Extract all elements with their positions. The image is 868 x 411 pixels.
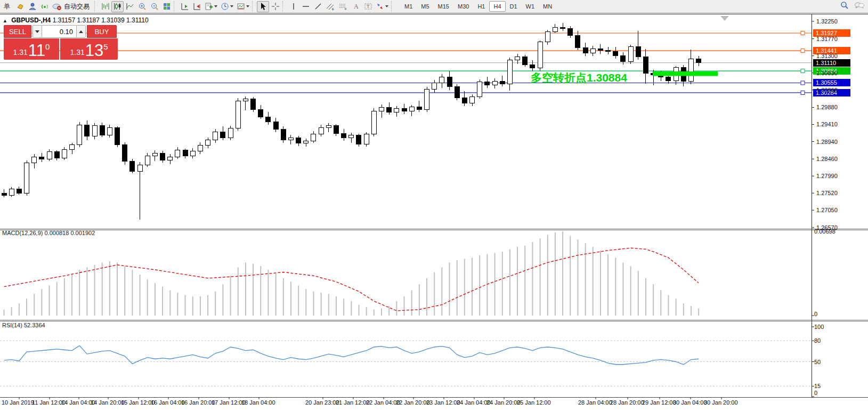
- chart-shift-button[interactable]: [191, 1, 203, 12]
- level-line-handle[interactable]: [801, 49, 805, 53]
- svg-text:F: F: [345, 7, 347, 11]
- level-line-handle[interactable]: [801, 31, 805, 35]
- svg-text:T: T: [367, 4, 370, 9]
- line-chart-type-button[interactable]: [124, 1, 136, 12]
- timeframe-button-mn[interactable]: MN: [539, 1, 556, 12]
- tile-windows-button[interactable]: [160, 1, 173, 12]
- volume-increase-button[interactable]: [76, 25, 86, 38]
- toolbar-right-group: [840, 1, 865, 12]
- sell-price-prefix: 1.31: [13, 48, 28, 57]
- signals-icon[interactable]: [38, 1, 51, 12]
- periods-dropdown-caret[interactable]: [230, 5, 233, 7]
- search-icon[interactable]: [840, 1, 849, 12]
- equidistant-channel-button[interactable]: E: [324, 1, 337, 12]
- volume-input[interactable]: [42, 25, 76, 38]
- one-click-trading-panel: SELL BUY 1.31 11 0 1.31 13 5: [4, 25, 118, 60]
- autotrading-button[interactable]: 自动交易: [51, 1, 93, 12]
- level-line-handle[interactable]: [801, 69, 805, 73]
- timeframe-button-m15[interactable]: M15: [434, 1, 453, 12]
- chart-title: ▲ GBPUSD-,H4 1.31157 1.31187 1.31039 1.3…: [3, 17, 149, 24]
- auto-scroll-button[interactable]: [179, 1, 191, 12]
- profiles-icon[interactable]: [26, 1, 38, 12]
- arrows-button[interactable]: [374, 1, 390, 12]
- zoom-in-button[interactable]: [136, 1, 148, 12]
- autotrading-label: 自动交易: [62, 2, 92, 11]
- buy-button[interactable]: BUY: [87, 25, 117, 38]
- buy-price-pip: 5: [103, 42, 108, 51]
- periods-button[interactable]: [219, 1, 235, 12]
- toolbar: 单 自动交易: [0, 0, 868, 13]
- candlestick-chart-type-button[interactable]: [111, 1, 124, 12]
- zoom-out-button[interactable]: [148, 1, 160, 12]
- sell-price-big: 11: [28, 43, 45, 59]
- text-button[interactable]: A: [350, 1, 362, 12]
- arrows-dropdown-caret[interactable]: [385, 5, 388, 7]
- svg-text:E: E: [332, 7, 334, 11]
- indicators-button[interactable]: [203, 1, 219, 12]
- new-chart-icon[interactable]: [14, 1, 26, 12]
- support-zone-highlight[interactable]: [653, 71, 718, 76]
- toolbar-separator: [282, 1, 286, 12]
- chat-icon[interactable]: [854, 1, 865, 12]
- sell-price-pip: 0: [45, 42, 50, 51]
- sell-button[interactable]: SELL: [4, 25, 31, 38]
- timeframe-button-m5[interactable]: M5: [417, 1, 433, 12]
- rsi-indicator-label: RSI(14) 52.3364: [2, 322, 45, 328]
- caret-down-icon: [35, 30, 39, 33]
- timeframe-button-m1[interactable]: M1: [400, 1, 417, 12]
- volume-decrease-button[interactable]: [33, 25, 42, 38]
- mt4-window: 单 自动交易: [0, 0, 868, 411]
- scroll-to-end-marker-icon[interactable]: [720, 16, 729, 21]
- timeframe-button-m30[interactable]: M30: [453, 1, 473, 12]
- horizontal-line-button[interactable]: [299, 1, 312, 12]
- timeframe-button-d1[interactable]: D1: [506, 1, 522, 12]
- collapse-panel-arrow-icon[interactable]: ▲: [3, 18, 7, 23]
- level-line-handle[interactable]: [801, 91, 805, 94]
- timeframe-button-h1[interactable]: H1: [473, 1, 489, 12]
- bar-chart-type-button[interactable]: [99, 1, 111, 12]
- new-order-button[interactable]: 单: [0, 1, 14, 12]
- chart-annotation-text[interactable]: 多空转折点1.30884: [531, 70, 627, 85]
- fibonacci-button[interactable]: F: [337, 1, 350, 12]
- chart-symbol-period: GBPUSD-,H4: [11, 17, 51, 24]
- buy-price-big: 13: [85, 43, 103, 59]
- crosshair-button[interactable]: [269, 1, 281, 12]
- svg-text:A: A: [354, 3, 359, 10]
- buy-price-prefix: 1.31: [70, 48, 84, 57]
- macd-indicator-label: MACD(12,26,9) 0.000818 0.001902: [2, 230, 95, 236]
- templates-button[interactable]: [235, 1, 251, 12]
- toolbar-separator: [252, 1, 256, 12]
- buy-price-display[interactable]: 1.31 13 5: [60, 38, 118, 60]
- toolbar-separator: [174, 1, 177, 12]
- timeframe-button-w1[interactable]: W1: [522, 1, 539, 12]
- new-order-label: 单: [2, 2, 12, 11]
- text-label-button[interactable]: T: [362, 1, 374, 12]
- toolbar-separator: [94, 1, 98, 12]
- chart-area: 1.319271.314411.311101.308841.305551.302…: [0, 14, 868, 411]
- indicators-dropdown-caret[interactable]: [214, 5, 217, 7]
- sell-price-display[interactable]: 1.31 11 0: [4, 38, 59, 60]
- trendline-button[interactable]: [312, 1, 324, 12]
- timeframe-group: M1M5M15M30H1H4D1W1MN: [400, 1, 556, 12]
- cursor-button[interactable]: [257, 1, 269, 12]
- level-line-handle[interactable]: [801, 81, 805, 85]
- templates-dropdown-caret[interactable]: [246, 5, 249, 7]
- toolbar-separator: [391, 1, 395, 12]
- rsi-line: [4, 345, 699, 364]
- timeframe-button-h4[interactable]: H4: [489, 1, 505, 12]
- caret-up-icon: [79, 30, 83, 33]
- vertical-line-button[interactable]: [287, 1, 299, 12]
- chart-ohlc-values: 1.31157 1.31187 1.31039 1.31110: [53, 17, 149, 24]
- price-chart-canvas[interactable]: [0, 14, 868, 411]
